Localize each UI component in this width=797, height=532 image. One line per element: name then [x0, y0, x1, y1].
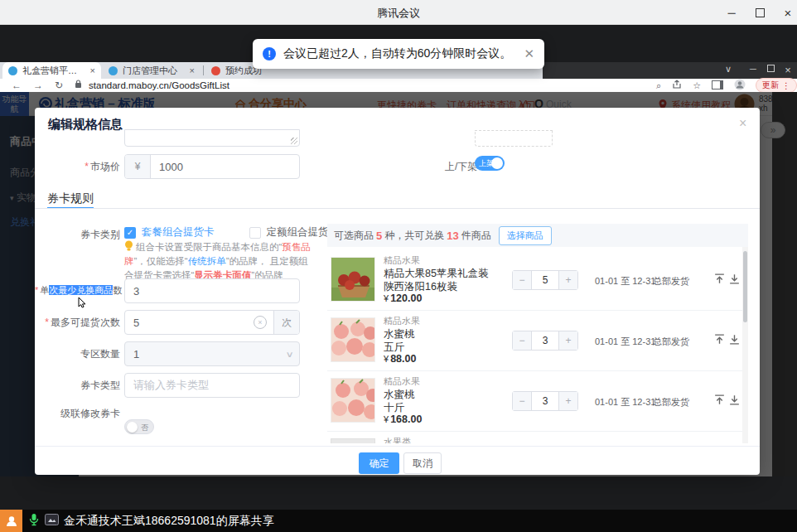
tab-close-icon[interactable]: × [90, 65, 95, 75]
description-textarea[interactable] [124, 129, 300, 147]
toast-close-icon[interactable]: ✕ [524, 46, 534, 61]
card-type-placeholder: 请输入券卡类型 [125, 378, 209, 393]
market-price-input[interactable]: ¥ 1000 [124, 154, 300, 179]
tab-border [35, 208, 760, 209]
minimize-icon[interactable]: ─ [717, 0, 746, 25]
browser-tab-1[interactable]: 礼盒营销平台管理中心 × [2, 62, 101, 79]
minus-button[interactable]: − [513, 271, 532, 289]
product-row: 精品水果 水蜜桃 五斤 ¥88.00 − 3 + 01-01 至 12-31 总… [327, 311, 748, 371]
share-icon[interactable] [672, 80, 682, 91]
browser-update-button[interactable]: 更新 ⋮ [756, 78, 797, 93]
product-kind-count: 5 [376, 230, 382, 242]
product-list-scrollbar[interactable] [742, 247, 748, 443]
product-row: 精品水果 水蜜桃 十斤 ¥168.00 − 3 + 01-01 至 12-31 … [327, 371, 748, 432]
plus-button[interactable]: + [558, 331, 577, 350]
cancel-button[interactable]: 取消 [403, 452, 442, 474]
zone-count-select[interactable]: 1 ∨ [124, 341, 300, 366]
cascade-label: 级联修改券卡 [35, 407, 120, 421]
chevron-down-icon[interactable]: ∨ [720, 64, 737, 75]
close-icon[interactable]: × [774, 0, 797, 25]
minus-button[interactable]: − [513, 392, 532, 410]
tab-card-rules[interactable]: 券卡规则 [47, 191, 94, 206]
market-price-value: 1000 [151, 161, 183, 173]
mouse-cursor [78, 297, 87, 312]
product-image-peaches [331, 378, 375, 423]
footer-divider [35, 446, 760, 447]
browser-tab-2[interactable]: 门店管理中心 × [103, 62, 200, 79]
toggle-off-label: 否 [141, 423, 148, 433]
product-price: ¥120.00 [384, 293, 422, 304]
meeting-titlebar: 腾讯会议 ─ × [0, 0, 797, 25]
exchange-count: 13 [447, 230, 458, 242]
checkbox-checked-icon[interactable]: ✓ [124, 227, 136, 239]
selected-text: 次最少兑换商品 [49, 285, 113, 295]
back-icon[interactable]: ← [12, 80, 22, 91]
currency-prefix: ¥ [125, 155, 151, 178]
quantity-stepper: − 5 + [512, 270, 578, 290]
move-bottom-icon[interactable] [728, 273, 741, 285]
tab-favicon [211, 66, 220, 75]
url-text[interactable]: standard.maboy.cn/GoodsGiftList [89, 80, 229, 90]
tab-close-icon[interactable]: × [190, 65, 195, 75]
forward-icon[interactable]: → [33, 80, 43, 91]
quantity-value[interactable]: 5 [532, 271, 558, 289]
move-top-icon[interactable] [713, 273, 726, 285]
resize-handle[interactable] [291, 138, 297, 144]
product-row: 精品水果 精品大果85苹果礼盒装 陕西洛阳16枚装 ¥120.00 − 5 + … [327, 250, 748, 311]
market-price-label: *市场价 [35, 160, 120, 174]
card-category-options: ✓ 套餐组合提货卡 定额组合提货卡 [124, 225, 339, 239]
modal-close-icon[interactable]: × [739, 116, 746, 131]
shared-maximize-icon[interactable] [762, 64, 779, 74]
modal-title: 编辑规格信息 [48, 117, 123, 133]
cascade-toggle[interactable]: 否 [124, 419, 154, 434]
selectable-products-panel: 可选商品 5 种，共可兑换 13 件商品 选择商品 精品水果 精品大果85苹果礼… [327, 224, 748, 443]
sidepanel-icon[interactable] [712, 80, 723, 91]
max-pickup-input[interactable]: 5 × 次 [124, 310, 300, 335]
presenter-icon [0, 510, 22, 532]
zone-count-value: 1 [125, 348, 139, 360]
required-star: * [45, 317, 49, 328]
maximize-icon[interactable] [746, 0, 774, 25]
plus-button[interactable]: + [558, 271, 577, 289]
reload-icon[interactable]: ↻ [55, 80, 63, 91]
zoom-icon[interactable]: ⌕ [656, 80, 661, 91]
browser-urlbar: ← → ↻ standard.maboy.cn/GoodsGiftList ⌕ … [0, 79, 797, 92]
product-name: 精品大果85苹果礼盒装 [384, 267, 488, 281]
shared-minimize-icon[interactable]: ─ [745, 64, 761, 74]
move-top-icon[interactable] [713, 394, 726, 406]
clear-icon[interactable]: × [254, 316, 267, 329]
max-pickup-value: 5 [125, 317, 139, 329]
valid-date-range: 01-01 至 12-31 [595, 396, 655, 409]
minus-button[interactable]: − [513, 331, 532, 350]
quantity-value[interactable]: 3 [532, 331, 558, 350]
card-type-label: 券卡类型 [35, 379, 120, 393]
scrollbar-thumb[interactable] [743, 251, 747, 322]
move-bottom-icon[interactable] [728, 394, 741, 406]
min-exchange-input[interactable]: 3 [124, 278, 300, 303]
upload-box[interactable] [475, 130, 553, 147]
product-price: ¥168.00 [384, 414, 422, 425]
required-star: * [85, 161, 89, 172]
tab-title: 门店管理中心 [123, 65, 185, 77]
min-exchange-value: 3 [125, 285, 139, 297]
plus-button[interactable]: + [558, 392, 577, 410]
shelf-label: 上/下架 [445, 160, 477, 174]
bookmark-star-icon[interactable]: ☆ [693, 80, 701, 91]
move-top-icon[interactable] [713, 333, 726, 346]
select-products-button[interactable]: 选择商品 [499, 226, 552, 245]
checkbox-unchecked-icon[interactable] [249, 227, 261, 239]
shelf-toggle[interactable]: 上架 [475, 156, 505, 171]
shared-close-icon[interactable]: × [780, 64, 796, 76]
toast-message: 会议已超过2人，自动转为60分钟限时会议。 [283, 46, 511, 61]
product-brand: 精品水果 [384, 315, 420, 327]
quantity-value[interactable]: 3 [532, 392, 558, 410]
profile-avatar-icon[interactable] [734, 79, 746, 92]
card-type-input[interactable]: 请输入券卡类型 [124, 373, 300, 398]
kebab-menu-icon[interactable]: ⋮ [782, 81, 790, 90]
category-tip: 组合卡设置受限于商品基本信息的“预售品牌”，仅能选择“传统拆单”的品牌， 且定额… [124, 240, 316, 283]
move-bottom-icon[interactable] [728, 333, 741, 346]
option-combo-card[interactable]: 套餐组合提货卡 [142, 225, 215, 239]
product-name: 水蜜桃 [384, 388, 415, 402]
zone-count-label: 专区数量 [35, 347, 120, 361]
confirm-button[interactable]: 确定 [359, 452, 399, 474]
